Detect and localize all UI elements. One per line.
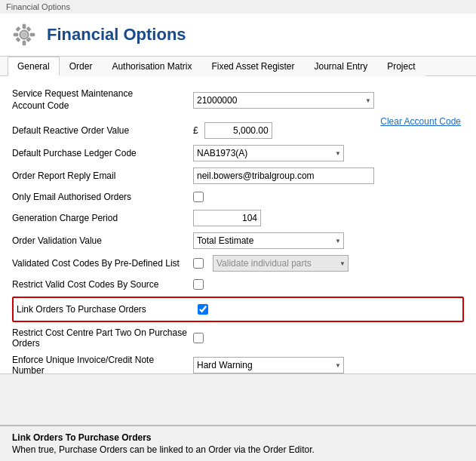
default-purchase-label: Default Purchase Ledger Code bbox=[12, 148, 193, 158]
svg-point-10 bbox=[22, 32, 26, 37]
order-validation-select[interactable]: Total Estimate Individual Lines bbox=[193, 232, 344, 249]
default-purchase-select[interactable]: NAB1973(A) bbox=[193, 145, 344, 161]
content-area: Service Request MaintenanceAccount Code … bbox=[0, 76, 476, 374]
validated-cost-codes-label: Validated Cost Codes By Pre-Defined List bbox=[12, 258, 193, 269]
default-reactive-control: £ bbox=[193, 122, 380, 139]
restrict-cost-centre-label: Restrict Cost Centre Part Two On Purchas… bbox=[12, 327, 193, 349]
link-orders-highlighted-row: Link Orders To Purchase Orders bbox=[12, 297, 464, 322]
order-validation-row: Order Validation Value Total Estimate In… bbox=[12, 229, 464, 252]
default-purchase-row: Default Purchase Ledger Code NAB1973(A) bbox=[12, 142, 464, 164]
enforce-unique-select[interactable]: Hard Warning Soft Warning None bbox=[193, 357, 344, 373]
svg-rect-5 bbox=[16, 26, 20, 31]
restrict-cost-centre-control bbox=[193, 333, 464, 343]
enforce-unique-row: Enforce Unique Invoice/Credit Note Numbe… bbox=[12, 352, 464, 374]
link-orders-checkbox[interactable] bbox=[198, 304, 208, 315]
validated-cost-codes-row: Validated Cost Codes By Pre-Defined List… bbox=[12, 252, 464, 275]
validated-cost-codes-checkbox[interactable] bbox=[193, 258, 204, 269]
tab-journal-entry[interactable]: Journal Entry bbox=[304, 57, 377, 76]
order-report-email-label: Order Report Reply Email bbox=[12, 171, 193, 181]
validate-individual-select[interactable]: Validate individual parts bbox=[213, 255, 349, 272]
enforce-unique-control: Hard Warning Soft Warning None bbox=[193, 357, 464, 373]
restrict-valid-row: Restrict Valid Cost Codes By Source bbox=[12, 275, 464, 294]
svg-rect-4 bbox=[30, 33, 35, 36]
service-request-select[interactable]: 21000000 bbox=[193, 92, 374, 109]
order-report-email-control bbox=[193, 167, 464, 184]
validated-cost-codes-control: Validate individual parts bbox=[193, 255, 464, 272]
service-request-control: 21000000 bbox=[193, 92, 464, 109]
svg-rect-1 bbox=[23, 24, 26, 29]
restrict-valid-control bbox=[193, 279, 464, 290]
tabs-bar: General Order Authorisation Matrix Fixed… bbox=[0, 57, 476, 76]
page-header: Financial Options bbox=[0, 14, 476, 57]
page-title: Financial Options bbox=[47, 25, 186, 45]
link-orders-label: Link Orders To Purchase Orders bbox=[17, 304, 198, 315]
only-email-checkbox[interactable] bbox=[193, 192, 204, 202]
default-purchase-control: NAB1973(A) bbox=[193, 145, 464, 161]
tab-project[interactable]: Project bbox=[377, 57, 425, 76]
restrict-valid-checkbox[interactable] bbox=[193, 279, 204, 290]
info-panel-title: Link Orders To Purchase Orders bbox=[12, 432, 464, 443]
service-request-row: Service Request MaintenanceAccount Code … bbox=[12, 85, 464, 115]
info-panel: Link Orders To Purchase Orders When true… bbox=[0, 425, 476, 461]
tab-general[interactable]: General bbox=[8, 57, 60, 76]
restrict-valid-label: Restrict Valid Cost Codes By Source bbox=[12, 279, 193, 290]
title-bar-text: Financial Options bbox=[6, 2, 70, 11]
link-orders-row: Link Orders To Purchase Orders bbox=[17, 300, 459, 319]
tab-fixed-asset-register[interactable]: Fixed Asset Register bbox=[201, 57, 304, 76]
order-report-email-row: Order Report Reply Email bbox=[12, 164, 464, 187]
info-panel-text: When true, Purchase Orders can be linked… bbox=[12, 444, 464, 455]
service-request-label: Service Request MaintenanceAccount Code bbox=[12, 88, 193, 112]
only-email-control bbox=[193, 192, 464, 202]
generation-charge-row: Generation Charge Period bbox=[12, 207, 464, 229]
clear-account-code-link[interactable]: Clear Account Code bbox=[380, 116, 461, 127]
restrict-cost-centre-checkbox[interactable] bbox=[193, 333, 204, 343]
gear-icon bbox=[11, 21, 38, 48]
order-validation-control: Total Estimate Individual Lines bbox=[193, 232, 464, 249]
default-reactive-label: Default Reactive Order Value bbox=[12, 125, 193, 136]
tab-order[interactable]: Order bbox=[60, 57, 103, 76]
enforce-unique-label: Enforce Unique Invoice/Credit Note Numbe… bbox=[12, 355, 193, 374]
link-orders-control bbox=[198, 304, 459, 315]
only-email-label: Only Email Authorised Orders bbox=[12, 192, 193, 202]
svg-rect-8 bbox=[16, 37, 20, 41]
title-bar: Financial Options bbox=[0, 0, 476, 14]
currency-symbol: £ bbox=[193, 125, 198, 136]
svg-rect-3 bbox=[14, 33, 18, 36]
svg-rect-2 bbox=[23, 41, 26, 45]
restrict-cost-centre-row: Restrict Cost Centre Part Two On Purchas… bbox=[12, 324, 464, 352]
generation-charge-input[interactable] bbox=[193, 210, 261, 226]
tab-authorisation-matrix[interactable]: Authorisation Matrix bbox=[102, 57, 201, 76]
generation-charge-control bbox=[193, 210, 464, 226]
order-validation-label: Order Validation Value bbox=[12, 235, 193, 246]
only-email-row: Only Email Authorised Orders bbox=[12, 187, 464, 207]
default-reactive-input[interactable] bbox=[204, 122, 272, 139]
generation-charge-label: Generation Charge Period bbox=[12, 213, 193, 223]
order-report-email-input[interactable] bbox=[193, 167, 374, 184]
default-reactive-row: Default Reactive Order Value £ bbox=[12, 119, 380, 142]
